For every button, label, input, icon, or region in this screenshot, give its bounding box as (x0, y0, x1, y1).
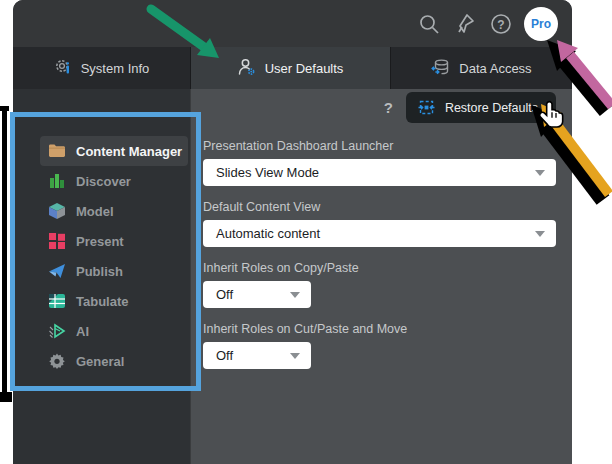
highlight-shadow (0, 106, 9, 111)
folder-icon (48, 142, 66, 160)
cube-icon (48, 202, 66, 220)
paper-plane-icon (48, 262, 66, 280)
sidebar-item-present[interactable]: Present (40, 226, 188, 256)
ai-icon (48, 322, 66, 340)
svg-text:?: ? (497, 17, 504, 31)
help-icon[interactable]: ? (488, 11, 513, 36)
sidebar-item-tabulate[interactable]: Tabulate (40, 286, 188, 316)
dropdown-value: Off (216, 348, 233, 363)
sidebar-item-content-manager[interactable]: Content Manager (40, 136, 188, 166)
admin-settings-dialog: ? Pro System Info (13, 0, 572, 464)
sidebar-item-publish[interactable]: Publish (40, 256, 188, 286)
sidebar-item-discover[interactable]: Discover (40, 166, 188, 196)
highlight-shadow (2, 106, 7, 402)
sidebar-item-model[interactable]: Model (40, 196, 188, 226)
pro-user-avatar[interactable]: Pro (524, 7, 558, 41)
dropdown-caret-icon (290, 292, 300, 298)
tab-label: User Defaults (265, 61, 344, 76)
table-icon (48, 292, 66, 310)
inherit-roles-copy-paste-dropdown[interactable]: Off (203, 281, 311, 308)
pin-icon[interactable] (452, 11, 477, 36)
database-sync-icon (431, 58, 450, 79)
tab-label: System Info (81, 61, 150, 76)
dropdown-caret-icon (535, 170, 545, 176)
screenshot-root: { "header": { "pro_label": "Pro", "icons… (0, 0, 612, 464)
gear-info-icon (54, 58, 72, 79)
sidebar-item-label: Publish (76, 264, 123, 279)
field-label: Inherit Roles on Copy/Paste (203, 261, 556, 277)
field-label: Presentation Dashboard Launcher (203, 139, 556, 155)
sidebar-item-general[interactable]: General (40, 346, 188, 376)
restore-defaults-label: Restore Defaults (445, 101, 538, 115)
contextual-help-icon[interactable]: ? (384, 99, 393, 116)
restore-icon (418, 99, 435, 116)
grid-icon (48, 232, 66, 250)
settings-tab-bar: System Info User Defaults (13, 47, 572, 89)
sidebar-item-label: Discover (76, 174, 131, 189)
user-gear-icon (238, 58, 256, 79)
sidebar-item-label: Model (76, 204, 114, 219)
pro-user-avatar-label: Pro (531, 17, 551, 31)
settings-sidebar: Content Manager Discover Model Present (13, 89, 190, 464)
sidebar-item-label: Tabulate (76, 294, 129, 309)
tab-system-info[interactable]: System Info (13, 47, 190, 89)
sidebar-nav: Content Manager Discover Model Present (13, 89, 190, 376)
title-bar: ? Pro (13, 0, 572, 47)
sidebar-item-label: Content Manager (76, 144, 182, 159)
tab-label: Data Access (459, 61, 531, 76)
restore-defaults-button[interactable]: Restore Defaults (406, 92, 556, 123)
title-bar-actions: ? Pro (416, 0, 558, 47)
default-content-view-dropdown[interactable]: Automatic content (203, 220, 556, 247)
inherit-roles-cut-paste-dropdown[interactable]: Off (203, 342, 311, 369)
presentation-dashboard-launcher-dropdown[interactable]: Slides View Mode (203, 159, 556, 186)
tab-user-defaults[interactable]: User Defaults (190, 47, 390, 89)
user-defaults-panel: ? Restore Defaults Presentation Dashboar… (190, 89, 572, 464)
dropdown-value: Off (216, 287, 233, 302)
bar-chart-icon (48, 172, 66, 190)
panel-toolbar: ? Restore Defaults (203, 92, 556, 123)
sidebar-item-ai[interactable]: AI (40, 316, 188, 346)
sidebar-item-label: Present (76, 234, 124, 249)
gear-icon (48, 352, 66, 370)
highlight-shadow (0, 392, 12, 402)
search-icon[interactable] (416, 11, 441, 36)
dropdown-value: Slides View Mode (216, 165, 319, 180)
sidebar-item-label: General (76, 354, 124, 369)
dropdown-caret-icon (535, 231, 545, 237)
tab-data-access[interactable]: Data Access (390, 47, 572, 89)
field-label: Default Content View (203, 200, 556, 216)
dropdown-caret-icon (290, 353, 300, 359)
field-label: Inherit Roles on Cut/Paste and Move (203, 322, 556, 338)
dropdown-value: Automatic content (216, 226, 320, 241)
sidebar-item-label: AI (76, 324, 89, 339)
